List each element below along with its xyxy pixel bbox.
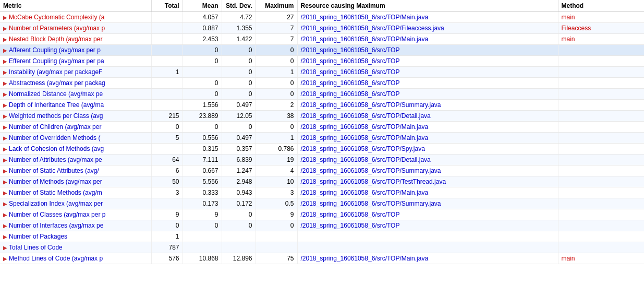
expand-icon[interactable]: ▶	[3, 245, 7, 251]
expand-icon[interactable]: ▶	[3, 135, 7, 141]
resource-cell[interactable]: /2018_spring_16061058_6/src/TOP/Main.jav…	[297, 187, 558, 198]
maximum-cell: 7	[256, 23, 297, 34]
table-row[interactable]: ▶Number of Parameters (avg/max p0.8871.3…	[0, 23, 644, 34]
table-row[interactable]: ▶Number of Static Attributes (avg/60.667…	[0, 165, 644, 176]
metric-cell: ▶Number of Classes (avg/max per p	[0, 209, 151, 220]
resource-cell[interactable]: /2018_spring_16061058_6/src/TOP	[297, 56, 558, 67]
table-row[interactable]: ▶Number of Static Methods (avg/m30.3330.…	[0, 187, 644, 198]
resource-cell[interactable]: /2018_spring_16061058_6/src/TOP/Main.jav…	[297, 122, 558, 133]
table-row[interactable]: ▶Number of Children (avg/max per0000/201…	[0, 122, 644, 133]
table-row[interactable]: ▶Number of Attributes (avg/max pe647.111…	[0, 155, 644, 165]
resource-cell[interactable]: /2018_spring_16061058_6/src/TOP	[297, 45, 558, 56]
maximum-cell	[256, 231, 297, 242]
resource-cell[interactable]: /2018_spring_16061058_6/src/TOP	[297, 67, 558, 78]
expand-icon[interactable]: ▶	[3, 124, 7, 130]
metric-label[interactable]: McCabe Cyclomatic Complexity (a	[9, 14, 104, 21]
expand-icon[interactable]: ▶	[3, 37, 7, 42]
expand-icon[interactable]: ▶	[3, 113, 7, 119]
table-row[interactable]: ▶Normalized Distance (avg/max pe000/2018…	[0, 89, 644, 100]
mean-cell	[183, 231, 222, 242]
expand-icon[interactable]: ▶	[3, 48, 7, 53]
mean-cell: 0.556	[183, 133, 222, 144]
table-row[interactable]: ▶Nested Block Depth (avg/max per2.4531.4…	[0, 34, 644, 45]
metric-label: Number of Methods (avg/max per	[9, 178, 102, 185]
resource-cell[interactable]: /2018_spring_16061058_6/src/TOP	[297, 89, 558, 100]
mean-cell: 9	[183, 209, 222, 220]
metric-label: Number of Attributes (avg/max pe	[9, 156, 102, 163]
table-row[interactable]: ▶Afferent Coupling (avg/max per p000/201…	[0, 45, 644, 56]
expand-icon[interactable]: ▶	[3, 146, 7, 152]
method-cell[interactable]: main	[558, 12, 644, 23]
expand-icon[interactable]: ▶	[3, 223, 7, 229]
expand-icon[interactable]: ▶	[3, 15, 7, 20]
resource-cell[interactable]: /2018_spring_16061058_6/src/TOP/Main.jav…	[297, 133, 558, 144]
expand-icon[interactable]: ▶	[3, 157, 7, 163]
mean-cell: 1.556	[183, 100, 222, 111]
method-cell	[558, 144, 644, 155]
metric-label: Number of Static Attributes (avg/	[9, 167, 99, 174]
expand-icon[interactable]: ▶	[3, 58, 7, 64]
maximum-cell: 0	[256, 89, 297, 100]
method-cell	[558, 165, 644, 176]
expand-icon[interactable]: ▶	[3, 91, 7, 97]
resource-cell[interactable]: /2018_spring_16061058_6/src/TOP/Main.jav…	[297, 34, 558, 45]
table-row[interactable]: ▶Efferent Coupling (avg/max per pa000/20…	[0, 56, 644, 67]
expand-icon[interactable]: ▶	[3, 168, 7, 174]
table-row[interactable]: ▶Method Lines of Code (avg/max p57610.86…	[0, 253, 644, 264]
table-row[interactable]: ▶Number of Packages1	[0, 231, 644, 242]
expand-icon[interactable]: ▶	[3, 179, 7, 185]
total-cell: 50	[151, 176, 183, 187]
resource-cell[interactable]: /2018_spring_16061058_6/src/TOP/Detail.j…	[297, 111, 558, 122]
resource-cell[interactable]: /2018_spring_16061058_6/src/TOP/Main.jav…	[297, 12, 558, 23]
expand-icon[interactable]: ▶	[3, 69, 7, 75]
table-row[interactable]: ▶Lack of Cohesion of Methods (avg0.3150.…	[0, 144, 644, 155]
maximum-cell: 27	[256, 12, 297, 23]
resource-cell[interactable]: /2018_spring_16061058_6/src/TOP	[297, 209, 558, 220]
table-row[interactable]: ▶Weighted methods per Class (avg21523.88…	[0, 111, 644, 122]
expand-icon[interactable]: ▶	[3, 80, 7, 86]
resource-cell[interactable]: /2018_spring_16061058_6/src/TOP/TestThre…	[297, 176, 558, 187]
table-row[interactable]: ▶Specialization Index (avg/max per0.1730…	[0, 198, 644, 209]
total-cell: 64	[151, 155, 183, 165]
resource-cell[interactable]	[297, 231, 558, 242]
stddev-cell: 12.05	[222, 111, 256, 122]
resource-cell[interactable]: /2018_spring_16061058_6/src/TOP	[297, 78, 558, 89]
expand-icon[interactable]: ▶	[3, 234, 7, 240]
method-cell[interactable]: main	[558, 34, 644, 45]
resource-cell[interactable]: /2018_spring_16061058_6/src/TOP/Spy.java	[297, 144, 558, 155]
resource-cell[interactable]: /2018_spring_16061058_6/src/TOP/Fileacce…	[297, 23, 558, 34]
table-row[interactable]: ▶Instability (avg/max per packageF101/20…	[0, 67, 644, 78]
expand-icon[interactable]: ▶	[3, 201, 7, 207]
table-row[interactable]: ▶Number of Overridden Methods (50.5560.4…	[0, 133, 644, 144]
mean-cell	[183, 67, 222, 78]
table-row[interactable]: ▶Number of Methods (avg/max per505.5562.…	[0, 176, 644, 187]
method-cell[interactable]: main	[558, 253, 644, 264]
table-row[interactable]: ▶Depth of Inheritance Tree (avg/ma1.5560…	[0, 100, 644, 111]
method-cell	[558, 187, 644, 198]
expand-icon[interactable]: ▶	[3, 212, 7, 218]
resource-cell[interactable]: /2018_spring_16061058_6/src/TOP/Main.jav…	[297, 253, 558, 264]
resource-cell[interactable]: /2018_spring_16061058_6/src/TOP/Summary.…	[297, 100, 558, 111]
mean-cell: 0	[183, 122, 222, 133]
metric-label[interactable]: Nested Block Depth (avg/max per	[9, 35, 102, 43]
method-cell	[558, 198, 644, 209]
method-cell[interactable]: Fileaccess	[558, 23, 644, 34]
table-row[interactable]: ▶Total Lines of Code787	[0, 242, 644, 253]
resource-cell[interactable]: /2018_spring_16061058_6/src/TOP/Summary.…	[297, 198, 558, 209]
expand-icon[interactable]: ▶	[3, 256, 7, 262]
metric-label[interactable]: Number of Parameters (avg/max p	[9, 25, 105, 32]
table-row[interactable]: ▶Number of Interfaces (avg/max pe0000/20…	[0, 220, 644, 231]
resource-cell[interactable]: /2018_spring_16061058_6/src/TOP	[297, 220, 558, 231]
table-row[interactable]: ▶Number of Classes (avg/max per p9909/20…	[0, 209, 644, 220]
metric-label: Weighted methods per Class (avg	[9, 112, 103, 120]
resource-cell[interactable]: /2018_spring_16061058_6/src/TOP/Detail.j…	[297, 155, 558, 165]
expand-icon[interactable]: ▶	[3, 26, 7, 31]
resource-cell[interactable]: /2018_spring_16061058_6/src/TOP/Summary.…	[297, 165, 558, 176]
table-row[interactable]: ▶McCabe Cyclomatic Complexity (a4.0574.7…	[0, 12, 644, 23]
resource-cell[interactable]	[297, 242, 558, 253]
header-total: Total	[151, 0, 183, 12]
expand-icon[interactable]: ▶	[3, 190, 7, 196]
mean-cell: 5.556	[183, 176, 222, 187]
expand-icon[interactable]: ▶	[3, 102, 7, 108]
table-row[interactable]: ▶Abstractness (avg/max per packag000/201…	[0, 78, 644, 89]
